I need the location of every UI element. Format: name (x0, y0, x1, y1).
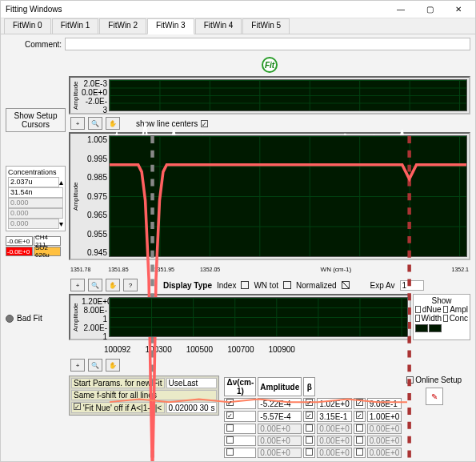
scroll-up-icon[interactable]: ▴ (59, 178, 63, 187)
tab-fitwin2[interactable]: FitWin 2 (99, 18, 146, 34)
fitnue-checkbox[interactable] (74, 403, 81, 410)
show-line-centers-label: show line centers (136, 119, 198, 128)
wntot-toggle[interactable] (283, 281, 291, 289)
tab-fitwin3[interactable]: FitWin 3 (147, 18, 194, 34)
online-setup-checkbox[interactable] (406, 376, 414, 384)
conc-0[interactable]: 2.037u (8, 177, 59, 187)
tab-fitwin1[interactable]: FitWin 1 (52, 18, 99, 34)
residuals-plot[interactable]: Amplitude 2.0E-3 0.0E+0 -2.0E-3 (69, 76, 470, 114)
show-ampl-checkbox[interactable] (443, 306, 449, 313)
zoom-tool-2-icon[interactable]: 🔍 (88, 279, 102, 291)
zoom-tool-icon[interactable]: 🔍 (88, 117, 102, 130)
conc-4: 0.000 (8, 219, 59, 229)
index-toggle[interactable] (241, 281, 249, 289)
conc-3: 0.000 (8, 208, 63, 219)
fit-logo-icon: Fit (262, 57, 278, 73)
conc-1[interactable]: 31.54n (8, 187, 63, 198)
conc-2: 0.000 (8, 198, 63, 208)
bad-fit-led (6, 315, 14, 323)
pan-tool-icon[interactable]: ✋ (106, 117, 120, 130)
zoom-tool-3-icon[interactable]: 🔍 (88, 359, 102, 372)
maximize-button[interactable]: ▢ (418, 5, 442, 14)
legend-swatch-2 (429, 324, 442, 332)
cursor-tool-icon[interactable]: + (70, 117, 85, 130)
tab-bar: FitWin 0 FitWin 1 FitWin 2 FitWin 3 FitW… (1, 18, 475, 34)
show-title: Show (415, 296, 468, 305)
concentrations-header: Concentrations (8, 168, 63, 176)
online-setup-label: Online Setup (415, 376, 462, 384)
status-grid: -0.0E+0 CH4 211 -0.0E+0 SO2 626u (6, 236, 66, 256)
close-button[interactable]: ✕ (446, 5, 470, 14)
minimize-button[interactable]: — (389, 5, 413, 14)
tab-fitwin5[interactable]: FitWin 5 (242, 18, 290, 34)
uselast-cell[interactable]: UseLast (166, 378, 218, 388)
plot2-ylabel: Amplitude (72, 135, 80, 257)
window-title: Fitting Windows (6, 5, 62, 14)
comment-input[interactable] (65, 38, 470, 50)
row0-dv-ck[interactable] (226, 399, 234, 406)
param-table: Start Params. for new FitUseLast Same f-… (69, 376, 219, 416)
plot1-ylabel: Amplitude (72, 79, 80, 111)
status-3: SO2 626u (34, 247, 61, 256)
pan-tool-3-icon[interactable]: ✋ (106, 359, 120, 372)
numeric-table: Δν(cm-1)Amplitudeβ -5.22E-41.02E+09.08E-… (222, 376, 403, 460)
cursor-tool-3-icon[interactable]: + (70, 359, 85, 372)
help-icon[interactable]: ? (123, 279, 138, 291)
normalized-toggle[interactable] (342, 281, 350, 289)
bad-fit-label: Bad Fit (17, 314, 42, 323)
show-conc-checkbox[interactable] (443, 315, 448, 322)
display-type-label: Display Type (163, 281, 212, 290)
legend-swatch-1 (415, 324, 428, 332)
show-dnue-checkbox[interactable] (415, 306, 421, 313)
show-width-checkbox[interactable] (415, 315, 420, 322)
absorption-plot[interactable]: Amplitude 1.005 0.995 0.985 0.975 0.965 … (69, 132, 470, 260)
plot3-ylabel: Amplitude (72, 297, 80, 337)
exp-av-input[interactable] (400, 280, 424, 291)
show-line-centers-checkbox[interactable] (201, 120, 208, 127)
scroll-down-icon[interactable]: ▾ (59, 219, 63, 228)
scan-plot[interactable]: Amplitude 1.20E+0 8.00E-1 2.00E-1 (69, 294, 411, 340)
show-setup-cursors-button[interactable]: Show Setup Cursors (6, 108, 66, 132)
tab-fitwin0[interactable]: FitWin 0 (4, 18, 51, 34)
concentrations-panel: Concentrations 2.037u▴ 31.54n 0.000 0.00… (6, 166, 66, 231)
tab-fitwin4[interactable]: FitWin 4 (195, 18, 242, 34)
status-2: -0.0E+0 (6, 247, 33, 256)
setup-pencil-icon[interactable]: ✎ (426, 388, 443, 405)
fitnue-val[interactable]: 0.02000 (169, 404, 198, 412)
exp-av-label: Exp Av (370, 281, 395, 290)
titlebar: Fitting Windows — ▢ ✕ (1, 1, 475, 18)
plot2-xlabel: WN (cm-1) (321, 266, 352, 273)
show-panel: Show dNue Ampl Width Conc (413, 294, 470, 340)
status-0: -0.0E+0 (6, 236, 33, 246)
cursor-tool-2-icon[interactable]: + (70, 279, 85, 291)
pan-tool-2-icon[interactable]: ✋ (106, 279, 120, 291)
comment-label: Comment: (25, 40, 62, 49)
